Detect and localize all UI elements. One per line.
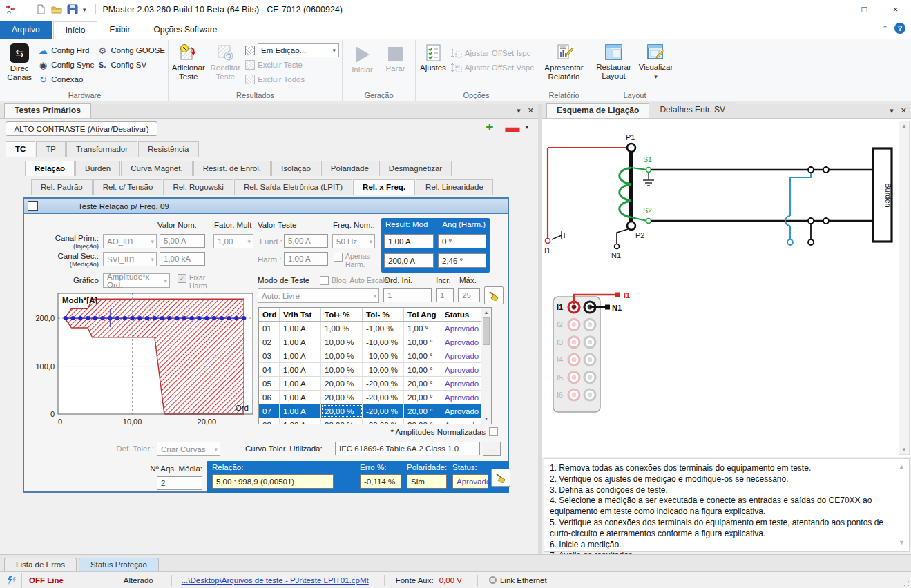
tab-transformador[interactable]: Transformador xyxy=(66,141,137,157)
collapse-icon[interactable]: − xyxy=(28,201,38,211)
aqs-media-input[interactable]: 2 xyxy=(157,476,202,490)
scroll-up-icon[interactable]: ▲ xyxy=(899,123,909,129)
fator-mult-select[interactable]: 1,00▾ xyxy=(213,234,253,248)
tab-tc[interactable]: TC xyxy=(6,141,35,157)
tab-rel-x-freq[interactable]: Rel. x Freq. xyxy=(353,179,415,195)
conexao-button[interactable]: ↻Conexão xyxy=(37,72,94,86)
diagram-scrollbar[interactable]: ▲ ▼ xyxy=(899,121,910,455)
panel-tab-esquema-de-ligacao[interactable]: Esquema de Ligação xyxy=(546,103,649,118)
panel-dropdown-icon[interactable]: ▾ xyxy=(517,106,521,115)
help-icon[interactable]: ? xyxy=(894,23,905,34)
column-header-tol[interactable]: Tol- % xyxy=(363,308,404,321)
canal-sec-select[interactable]: SVI_I01▾ xyxy=(103,252,157,266)
visualizar-button[interactable]: Visualizar ▾ xyxy=(636,42,675,81)
tab-rel-padrao[interactable]: Rel. Padrão xyxy=(31,179,93,195)
apresentar-relatorio-button[interactable]: Apresentar Relatório xyxy=(543,42,586,81)
bottom-tab-status-protecao[interactable]: Status Proteção xyxy=(79,558,159,571)
table-row[interactable]: 051,00 A20,00 %-20,00 %20,00 °Aprovado xyxy=(259,377,481,391)
menu-tab-opcoes-software[interactable]: Opções Software xyxy=(142,21,229,39)
config-sv-button[interactable]: SᵥConfig SV xyxy=(97,58,165,72)
direc-canais-button[interactable]: ⇆ Direc Canais xyxy=(4,42,35,82)
valor-nom-prim-input[interactable]: 5,00 A xyxy=(160,234,205,248)
adicionar-teste-button[interactable]: Adicionar Teste xyxy=(171,42,206,81)
tab-rel-saida-eletronica-lpit[interactable]: Rel. Saída Eletrônica (LPIT) xyxy=(234,179,352,195)
clear-result-button[interactable] xyxy=(491,469,510,487)
ajustar-offset-ispc-button[interactable]: Ajustar OffSet Ispc xyxy=(450,46,534,60)
remove-test-icon[interactable]: ▬ xyxy=(505,122,519,132)
parar-button[interactable]: Parar xyxy=(381,42,411,73)
table-row[interactable]: 071,00 A20,00 %-20,00 %20,00 °Aprovado xyxy=(259,404,481,418)
column-header-ord[interactable]: Ord xyxy=(259,308,280,321)
panel-tab-detalhes-entr-sv[interactable]: Detalhes Entr. SV xyxy=(649,102,736,118)
column-header-vrlh-tst[interactable]: Vrlh Tst xyxy=(280,308,321,321)
excluir-teste-button[interactable]: Excluir Teste xyxy=(245,58,339,72)
scroll-up-icon[interactable]: ▲ xyxy=(481,308,491,317)
column-header-status[interactable]: Status xyxy=(441,308,481,321)
column-header-tol-ang[interactable]: Tol Ang xyxy=(404,308,441,321)
tab-resistencia[interactable]: Resistência xyxy=(138,141,198,157)
modo-teste-select[interactable]: Auto: Livre▾ xyxy=(258,288,379,303)
amplitudes-checkbox[interactable] xyxy=(489,427,498,436)
config-goose-button[interactable]: ⚙Config GOOSE xyxy=(97,43,165,57)
config-sync-button[interactable]: ◉Config Sync xyxy=(37,58,94,72)
restaurar-layout-button[interactable]: Restaurar Layout xyxy=(594,42,633,81)
table-row[interactable]: 011,00 A1,00 %-1,00 %1,00 °Aprovado xyxy=(259,322,481,335)
tab-burden[interactable]: Burden xyxy=(75,161,120,176)
scroll-down-icon[interactable]: ▼ xyxy=(481,414,491,424)
table-scrollbar[interactable]: ▲ ▼ xyxy=(481,308,491,424)
tab-relacao[interactable]: Relação xyxy=(25,161,75,176)
freq-nom-select[interactable]: 50 Hz▾ xyxy=(332,234,375,248)
ajustes-button[interactable]: Ajustes xyxy=(419,42,448,72)
tab-tp[interactable]: TP xyxy=(36,141,66,157)
alto-contraste-button[interactable]: ALTO CONTRASTE (Ativar/Desativar) xyxy=(6,121,157,136)
resize-grip[interactable] xyxy=(903,580,910,587)
tab-isolacao[interactable]: Isolação xyxy=(271,161,320,176)
tab-rel-linearidade[interactable]: Rel. Linearidade xyxy=(416,179,493,195)
fund-input[interactable]: 5,00 A xyxy=(284,234,328,248)
table-row[interactable]: 081,00 A20,00 %-20,00 %20,00 °Aprovado xyxy=(259,418,481,424)
em-edicao-select[interactable]: Em Edição...▾ xyxy=(258,43,339,57)
tab-curva-magnet[interactable]: Curva Magnet. xyxy=(121,161,192,176)
table-row[interactable]: 041,00 A10,00 %-10,00 %10,00 °Aprovado xyxy=(259,363,481,377)
scroll-thumb[interactable] xyxy=(483,317,490,345)
column-header-tol[interactable]: Tol+ % xyxy=(321,308,363,321)
canal-prim-select[interactable]: AO_I01▾ xyxy=(103,234,157,248)
panel-tab-testes-primarios[interactable]: Testes Primários xyxy=(4,103,91,118)
def-toler-select[interactable]: Criar Curvas▾ xyxy=(157,442,220,456)
table-row[interactable]: 061,00 A20,00 %-20,00 %20,00 °Aprovado xyxy=(259,391,481,404)
new-document-icon[interactable] xyxy=(35,4,46,14)
minimize-button[interactable]: — xyxy=(818,0,849,19)
menu-tab-arquivo[interactable]: Arquivo xyxy=(0,21,52,39)
open-folder-icon[interactable] xyxy=(51,4,62,14)
qat-dropdown-icon[interactable]: ▾ xyxy=(83,6,86,13)
scroll-up-icon[interactable]: ▲ xyxy=(899,463,905,471)
save-icon[interactable] xyxy=(67,4,78,14)
menu-tab-inicio[interactable]: Início xyxy=(53,21,98,39)
collapse-ribbon-icon[interactable]: ⌃ xyxy=(882,24,888,33)
tab-rel-rogowski[interactable]: Rel. Rogowski xyxy=(163,179,233,195)
curva-toler-input[interactable]: IEC 61869-6 Table 6A.2 Class 1.0 xyxy=(335,442,480,455)
tab-resist-de-enrol[interactable]: Resist. de Enrol. xyxy=(193,161,271,176)
incr-input[interactable]: 1 xyxy=(436,288,454,302)
tab-rel-c-tensao[interactable]: Rel. c/ Tensão xyxy=(93,179,163,195)
connection-button[interactable] xyxy=(1,573,22,588)
ajustar-offset-vspc-button[interactable]: V Ajustar OffSet Vspc xyxy=(450,61,534,75)
tab-desmagnetizar[interactable]: Desmagnetizar xyxy=(379,161,452,176)
ord-ini-input[interactable]: 1 xyxy=(383,288,432,302)
scroll-down-icon[interactable]: ▼ xyxy=(899,447,909,453)
file-link[interactable]: ...\Desktop\Arquivos de teste - PJr\test… xyxy=(182,576,369,585)
table-row[interactable]: 031,00 A10,00 %-10,00 %10,00 °Aprovado xyxy=(259,349,481,363)
remove-test-dropdown-icon[interactable]: ▾ xyxy=(525,124,528,130)
reeditar-teste-button[interactable]: Reeditar Teste xyxy=(209,42,243,81)
bottom-tab-lista-de-erros[interactable]: Lista de Erros xyxy=(4,558,77,571)
grafico-select[interactable]: Amplitude*x Ord.▾ xyxy=(103,273,170,288)
panel-close-icon[interactable]: ✕ xyxy=(528,106,534,115)
curva-toler-browse-button[interactable]: ... xyxy=(483,442,501,456)
maximize-button[interactable]: □ xyxy=(849,0,880,19)
iniciar-button[interactable]: Iniciar xyxy=(347,42,378,75)
harm-input[interactable]: 1,00 A xyxy=(284,252,328,266)
add-test-icon[interactable]: + xyxy=(486,121,493,133)
close-button[interactable]: × xyxy=(880,0,911,19)
bloq-auto-escala-checkbox[interactable] xyxy=(320,276,329,285)
clear-orders-button[interactable] xyxy=(484,286,504,304)
